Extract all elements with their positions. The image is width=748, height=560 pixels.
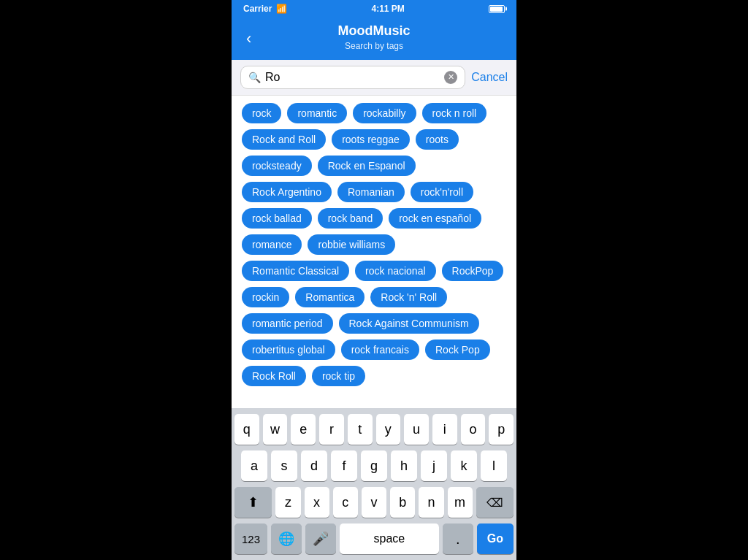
key-f[interactable]: f [331,450,357,481]
key-u[interactable]: u [404,414,429,445]
key-l[interactable]: l [481,450,507,481]
tag-item[interactable]: rocksteady [242,156,312,176]
key-q[interactable]: q [234,414,259,445]
keyboard-row-3: ⬆ z x c v b n m ⌫ [234,487,514,518]
key-b[interactable]: b [390,487,415,518]
tag-item[interactable]: rock nacional [355,261,436,281]
tag-item[interactable]: rock tip [312,366,365,386]
search-input[interactable] [265,71,440,84]
key-t[interactable]: t [348,414,373,445]
key-j[interactable]: j [421,450,447,481]
key-o[interactable]: o [461,414,486,445]
delete-key[interactable]: ⌫ [476,487,514,518]
status-right [489,5,505,13]
tag-item[interactable]: Romantic Classical [242,261,349,281]
battery-icon [489,5,505,13]
key-h[interactable]: h [391,450,417,481]
keyboard: q w e r t y u i o p a s d f g h j k l ⬆ … [232,408,516,560]
tag-item[interactable]: rock'n'roll [411,182,473,202]
tag-item[interactable]: Rock 'n' Roll [370,287,447,307]
tag-item[interactable]: roots [416,129,459,150]
status-time: 4:11 PM [372,4,405,14]
tag-item[interactable]: rock ballad [242,208,312,229]
tag-item[interactable]: rock [242,103,281,123]
tag-item[interactable]: Rock and Roll [242,129,326,150]
numbers-key[interactable]: 123 [234,523,267,554]
cancel-button[interactable]: Cancel [471,71,508,84]
nav-header: ‹ MoodMusic Search by tags [232,18,516,60]
tag-item[interactable]: Rock Against Communism [339,313,479,334]
key-m[interactable]: m [448,487,473,518]
tag-item[interactable]: rockabilly [353,103,416,123]
status-bar: Carrier 📶 4:11 PM [232,0,516,18]
key-a[interactable]: a [241,450,267,481]
key-k[interactable]: k [451,450,477,481]
go-button[interactable]: Go [477,523,514,554]
key-i[interactable]: i [432,414,457,445]
clear-button[interactable]: ✕ [444,71,457,84]
tag-item[interactable]: rock francais [341,340,419,360]
status-left: Carrier 📶 [243,4,287,14]
phone-frame: Carrier 📶 4:11 PM ‹ MoodMusic Search by … [232,0,516,560]
tag-item[interactable]: romantic period [242,313,333,334]
search-bar: 🔍 ✕ Cancel [232,60,516,96]
mic-key[interactable]: 🎤 [305,523,336,554]
back-button[interactable]: ‹ [240,26,257,51]
key-w[interactable]: w [263,414,288,445]
key-s[interactable]: s [271,450,297,481]
key-g[interactable]: g [361,450,387,481]
tag-item[interactable]: Rock Pop [425,340,490,360]
tag-item[interactable]: rock en español [389,208,481,229]
wifi-icon: 📶 [276,4,287,14]
key-n[interactable]: n [419,487,443,518]
tag-item[interactable]: romantic [287,103,347,123]
tag-item[interactable]: romance [242,234,302,255]
tag-item[interactable]: Rock Roll [242,366,306,386]
key-r[interactable]: r [319,414,344,445]
key-z[interactable]: z [275,487,300,518]
shift-key[interactable]: ⬆ [234,487,272,518]
tag-item[interactable]: Rock Argentino [242,182,332,202]
key-e[interactable]: e [291,414,316,445]
globe-key[interactable]: 🌐 [271,523,302,554]
app-title: MoodMusic [338,23,411,39]
tag-item[interactable]: rockin [242,287,289,307]
tag-item[interactable]: Romanian [337,182,405,202]
tag-item[interactable]: robbie williams [308,234,395,255]
period-key[interactable]: . [443,523,473,554]
key-x[interactable]: x [305,487,329,518]
tag-item[interactable]: RockPop [442,261,504,281]
keyboard-row-1: q w e r t y u i o p [234,414,514,445]
tag-item[interactable]: roots reggae [332,129,410,150]
keyboard-row-2: a s d f g h j k l [234,450,514,481]
tag-item[interactable]: rock band [318,208,383,229]
search-input-wrap: 🔍 ✕ [240,66,465,89]
keyboard-bottom-row: 123 🌐 🎤 space . Go [234,523,514,554]
carrier-label: Carrier [243,4,272,14]
tag-item[interactable]: robertitus global [242,340,335,360]
key-p[interactable]: p [489,414,514,445]
tag-item[interactable]: rock n roll [422,103,487,123]
key-y[interactable]: y [376,414,401,445]
search-icon: 🔍 [248,72,261,83]
key-v[interactable]: v [362,487,386,518]
tags-area: rockromanticrockabillyrock n rollRock an… [232,96,516,408]
key-d[interactable]: d [301,450,327,481]
tag-item[interactable]: Romantica [295,287,365,307]
space-key[interactable]: space [340,523,439,554]
battery-fill [490,7,503,12]
key-c[interactable]: c [333,487,358,518]
page-subtitle: Search by tags [345,41,403,51]
tag-item[interactable]: Rock en Espanol [318,156,416,176]
